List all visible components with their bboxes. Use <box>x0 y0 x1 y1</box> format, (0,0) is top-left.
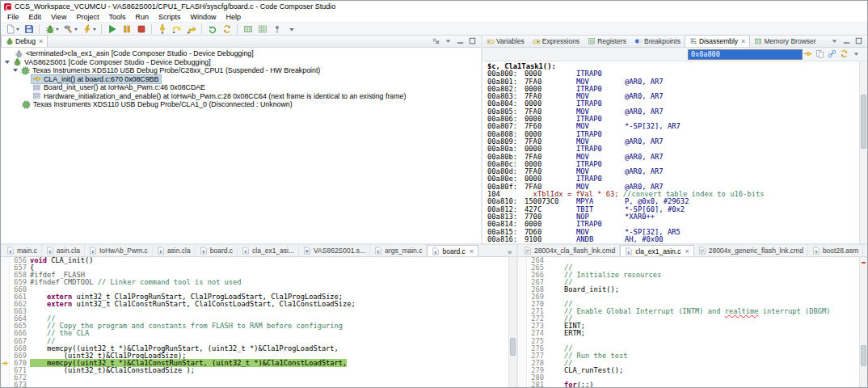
editor-tab-cla-ex1-asi-[interactable]: ccla_ex1_asi... <box>238 245 299 256</box>
maximize-button[interactable] <box>853 36 864 45</box>
editor-tab-iohwab-pwm-c[interactable]: cIoHwAb_Pwm.c <box>85 245 153 256</box>
disassembly-row[interactable]: 00a813:7700NOP*XAR0++ <box>487 213 859 221</box>
disassembly-row[interactable]: 00a80c:0000ITRAP0 <box>487 161 859 168</box>
editor-tab-cla-ex1-asin-c[interactable]: ccla_ex1_asin.c× <box>620 245 694 256</box>
disassembly-address-input[interactable] <box>688 49 803 60</box>
scrollbar-thumb[interactable] <box>861 95 866 150</box>
editor-tab-asin-cla[interactable]: casin.cla <box>42 245 85 256</box>
remove-terminated-button[interactable] <box>431 36 441 45</box>
editor-tab-board-c[interactable]: cboard.c× <box>427 245 478 256</box>
debug-tree-row[interactable]: Texas Instruments XDS110 USB Debug Probe… <box>1 100 481 109</box>
menu-run[interactable]: Run <box>130 13 154 21</box>
code-line[interactable]: extern uint32_t Cla1ConstRunStart, Cla1C… <box>30 301 508 308</box>
refresh-button[interactable] <box>220 23 234 35</box>
code-line[interactable]: CLA_runTest(); <box>547 367 859 374</box>
disassembly-row[interactable]: 00a80e:0000ITRAP0 <box>487 175 859 183</box>
restart-button[interactable] <box>205 23 219 35</box>
code-line[interactable] <box>547 257 859 264</box>
editor-tab-args-main-c[interactable]: cargs_main.c <box>370 245 427 256</box>
disassembly-scrollbar[interactable] <box>859 61 867 243</box>
code-line[interactable]: for(;;) <box>547 382 859 387</box>
editor-tab-main-c[interactable]: cmain.c <box>2 245 42 256</box>
code-line[interactable]: // Copy the program and constants from F… <box>30 323 508 330</box>
editor-left-scrollbar[interactable] <box>508 257 516 387</box>
code-line[interactable]: // the CLA <box>30 330 508 337</box>
refresh-button[interactable] <box>839 48 849 58</box>
menu-window[interactable]: Window <box>185 13 221 21</box>
close-icon[interactable]: × <box>685 248 689 255</box>
code-line[interactable] <box>547 374 859 382</box>
disassembly-row[interactable]: 00a801:7FA0MOV@AR0, AR7 <box>487 78 859 86</box>
debug-tree-row[interactable]: Texas Instruments XDS110 USB Debug Probe… <box>1 66 481 75</box>
menu-tools[interactable]: Tools <box>103 13 130 21</box>
code-line[interactable]: { <box>30 264 508 272</box>
disassembly-row[interactable]: 00a805:7FA0MOV@AR0, AR7 <box>487 108 859 116</box>
editor-tab-asin-cla[interactable]: casin.cla <box>153 245 196 256</box>
expander-icon[interactable] <box>13 69 18 72</box>
disassembly-row[interactable]: 00a808:0000ITRAP0 <box>487 131 859 138</box>
memory-button[interactable] <box>241 23 255 35</box>
save-button[interactable] <box>22 23 36 35</box>
close-icon[interactable]: × <box>39 38 43 44</box>
expander-icon[interactable] <box>5 61 10 64</box>
code-line[interactable]: EINT; <box>547 323 859 330</box>
editor-right-scrollbar[interactable] <box>859 257 867 387</box>
new-file-button[interactable] <box>3 23 21 35</box>
scrollbar-thumb[interactable] <box>510 338 516 356</box>
view-menu-button[interactable] <box>851 48 862 58</box>
disassembly-row[interactable]: 00a816:9100ANDBAH, #0x00 <box>487 236 859 243</box>
editor-tab-28004x-cla-flash-lnk-cmd[interactable]: 28004x_cla_flash_lnk.cmd <box>520 245 620 256</box>
tab-overflow-chevron[interactable]: » <box>503 248 516 256</box>
tab-disassembly[interactable]: Disassembly× <box>685 35 750 47</box>
debug-tree-row[interactable]: CLA_init() at board.c:670 0x08C9BB <box>1 75 481 84</box>
menu-edit[interactable]: Edit <box>24 13 47 21</box>
pin-button[interactable] <box>270 23 284 35</box>
disassembly-row[interactable]: 00a80b:7FA0MOV@AR0, AR7 <box>487 154 859 161</box>
tab-debug[interactable]: Debug × <box>1 35 48 47</box>
tab-expressions[interactable]: Expressions <box>529 35 584 47</box>
locate-pc-button[interactable] <box>803 48 813 58</box>
editor-tab-boot28-asm[interactable]: sboot28.asm <box>808 245 863 256</box>
debug-tree-row[interactable]: Board_init_user() at IoHwAb_Pwm.c:46 0x0… <box>1 83 481 92</box>
tab-breakpoints[interactable]: Breakpoints <box>630 35 685 47</box>
registers-button[interactable] <box>255 23 269 35</box>
debug-button[interactable] <box>43 23 61 35</box>
step-into-button[interactable] <box>155 23 169 35</box>
code-line[interactable]: // Run the test <box>547 352 859 360</box>
code-line[interactable]: #ifndef CMDTOOL // Linker command tool i… <box>30 279 508 286</box>
link-button[interactable] <box>827 48 837 58</box>
code-line[interactable]: (uint32_t)&Cla1ConstLoadSize ); <box>30 367 508 374</box>
close-icon[interactable]: × <box>741 38 745 44</box>
step-over-button[interactable] <box>170 23 183 35</box>
editor-tab-board-c[interactable]: cboard.c <box>196 245 238 256</box>
code-line[interactable] <box>30 382 508 387</box>
code-line[interactable] <box>30 308 508 315</box>
close-icon[interactable]: × <box>470 248 474 255</box>
disassembly-row[interactable]: 00a803:7FA0MOV@AR0, AR7 <box>487 93 859 100</box>
terminate-button[interactable] <box>134 23 148 35</box>
disassembly-row[interactable]: 00a809:7FA0MOV@AR0, AR7 <box>487 138 859 146</box>
build-button[interactable] <box>61 23 79 35</box>
disassembly-row[interactable]: 00a80a:0000ITRAP0 <box>487 146 859 153</box>
minimize-button[interactable] <box>841 36 852 45</box>
tab-memory-browser[interactable]: Memory Browser <box>750 35 820 47</box>
disassembly-row[interactable]: 00a800:0000ITRAP0 <box>487 70 859 78</box>
menu-help[interactable]: Help <box>221 13 246 21</box>
view-menu-button[interactable] <box>284 23 298 35</box>
menu-file[interactable]: File <box>2 13 24 21</box>
debug-tree-row[interactable]: VAS862S001 [Code Composer Studio - Devic… <box>1 58 481 67</box>
disassembly-row[interactable]: 00a80d:7FA0MOV@AR0, AR7 <box>487 168 859 175</box>
disassembly-row[interactable]: 00a815:7D60MOV*-SP[32], AR5 <box>487 229 859 236</box>
menu-scripts[interactable]: Scripts <box>154 13 186 21</box>
editor-tab-vas862s001-s-[interactable]: VAS862S001.s... <box>299 245 370 256</box>
minimize-button[interactable] <box>455 36 466 45</box>
menu-project[interactable]: Project <box>71 13 103 21</box>
view-menu-button[interactable] <box>443 36 453 45</box>
code-line[interactable] <box>30 374 508 382</box>
code-line[interactable]: ERTM; <box>547 330 859 337</box>
line-number[interactable]: 673 <box>10 382 27 387</box>
view-menu-button[interactable] <box>829 36 840 45</box>
suspend-button[interactable] <box>120 23 133 35</box>
menu-view[interactable]: View <box>46 13 71 21</box>
tab-variables[interactable]: Variables <box>482 35 529 47</box>
